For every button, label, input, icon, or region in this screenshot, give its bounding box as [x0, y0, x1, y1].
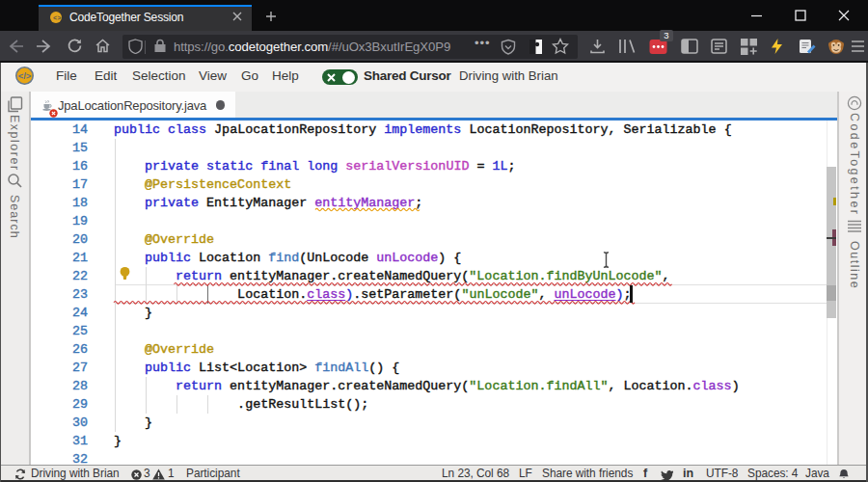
svg-text:</>: </>: [18, 70, 32, 81]
